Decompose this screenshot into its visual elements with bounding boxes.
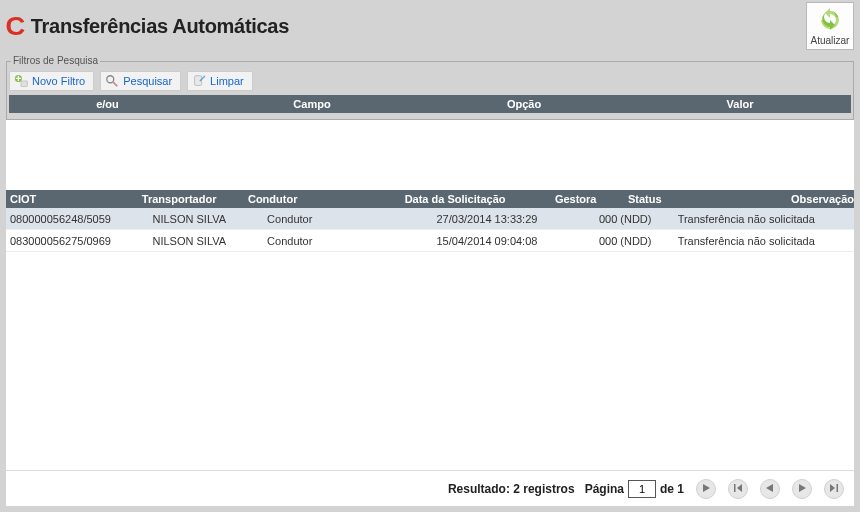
logo-icon: C xyxy=(6,11,26,42)
filters-col-eou: e/ou xyxy=(9,98,206,110)
filters-col-opcao: Opção xyxy=(418,98,630,110)
table-row[interactable]: 083000056275/0969 NILSON SILVA Condutor … xyxy=(6,230,854,252)
page-header: C Transferências Automáticas Atualizar xyxy=(0,0,860,50)
col-ciot: CIOT xyxy=(6,193,138,205)
new-filter-button[interactable]: Novo Filtro xyxy=(9,71,94,91)
first-page-button[interactable] xyxy=(728,479,748,499)
svg-marker-9 xyxy=(766,484,773,492)
cell-gestora: 000 (NDD) xyxy=(595,213,674,225)
cell-transportador: NILSON SILVA xyxy=(149,213,264,225)
filters-columns-header: e/ou Campo Opção Valor xyxy=(9,95,851,113)
cell-gestora: 000 (NDD) xyxy=(595,235,674,247)
clear-label: Limpar xyxy=(210,75,244,87)
filters-legend: Filtros de Pesquisa xyxy=(11,55,100,66)
cell-status: Transferência não solicitada xyxy=(674,235,850,247)
search-button[interactable]: Pesquisar xyxy=(100,71,181,91)
refresh-label: Atualizar xyxy=(811,35,850,46)
prev-icon xyxy=(765,481,775,496)
svg-rect-8 xyxy=(734,484,736,492)
last-icon xyxy=(829,481,839,496)
next-icon xyxy=(797,481,807,496)
plus-icon xyxy=(14,74,28,88)
cell-transportador: NILSON SILVA xyxy=(149,235,264,247)
result-label: Resultado: 2 registros xyxy=(448,482,575,496)
next-page-button-2[interactable] xyxy=(792,479,812,499)
page-input[interactable] xyxy=(628,480,656,498)
first-icon xyxy=(733,481,743,496)
filters-col-campo: Campo xyxy=(206,98,418,110)
svg-rect-1 xyxy=(21,81,27,86)
last-page-button[interactable] xyxy=(824,479,844,499)
refresh-button[interactable]: Atualizar xyxy=(806,2,854,50)
clear-icon xyxy=(192,74,206,88)
col-condutor: Condutor xyxy=(244,193,401,205)
cell-data: 27/03/2014 13:33:29 xyxy=(432,213,594,225)
pager: Resultado: 2 registros Página de 1 xyxy=(6,470,854,506)
search-icon xyxy=(105,74,119,88)
cell-ciot: 083000056275/0969 xyxy=(6,235,149,247)
next-page-button[interactable] xyxy=(696,479,716,499)
play-icon xyxy=(701,481,711,496)
new-filter-label: Novo Filtro xyxy=(32,75,85,87)
filters-col-valor: Valor xyxy=(630,98,850,110)
col-status: Status xyxy=(624,193,787,205)
col-observacao: Observação xyxy=(787,193,854,205)
svg-point-2 xyxy=(107,76,114,83)
refresh-icon xyxy=(818,7,842,33)
svg-line-3 xyxy=(113,82,117,86)
svg-rect-12 xyxy=(837,484,839,492)
col-gestora: Gestora xyxy=(551,193,624,205)
clear-button[interactable]: Limpar xyxy=(187,71,253,91)
svg-marker-6 xyxy=(703,484,710,492)
grid-header: CIOT Transportador Condutor Data da Soli… xyxy=(6,190,854,208)
cell-condutor: Condutor xyxy=(263,213,432,225)
table-row[interactable]: 080000056248/5059 NILSON SILVA Condutor … xyxy=(6,208,854,230)
filters-toolbar: Novo Filtro Pesquisar Limpar xyxy=(9,71,851,91)
prev-page-button[interactable] xyxy=(760,479,780,499)
cell-ciot: 080000056248/5059 xyxy=(6,213,149,225)
col-transportador: Transportador xyxy=(138,193,244,205)
svg-marker-11 xyxy=(830,484,835,492)
svg-marker-10 xyxy=(799,484,806,492)
cell-status: Transferência não solicitada xyxy=(674,213,850,225)
page-label: Página xyxy=(585,482,624,496)
page-title: Transferências Automáticas xyxy=(31,15,289,38)
grid-area: CIOT Transportador Condutor Data da Soli… xyxy=(6,120,854,470)
svg-marker-7 xyxy=(737,484,742,492)
search-label: Pesquisar xyxy=(123,75,172,87)
filters-fieldset: Filtros de Pesquisa Novo Filtro Pesquisa… xyxy=(6,56,854,120)
cell-data: 15/04/2014 09:04:08 xyxy=(432,235,594,247)
of-label: de 1 xyxy=(660,482,684,496)
cell-condutor: Condutor xyxy=(263,235,432,247)
col-data: Data da Solicitação xyxy=(401,193,551,205)
